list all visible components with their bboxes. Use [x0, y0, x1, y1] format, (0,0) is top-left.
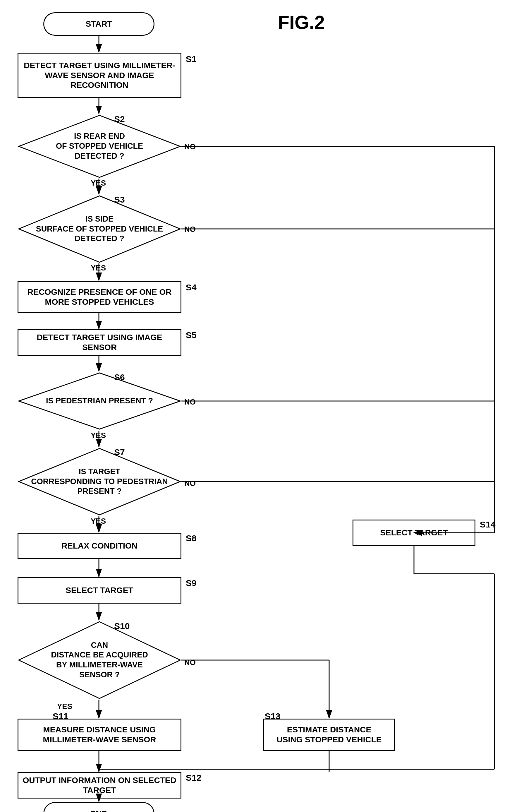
s10-diamond: CAN DISTANCE BE ACQUIRED BY MILLIMETER-W…	[18, 620, 181, 700]
s11-box: MEASURE DISTANCE USING MILLIMETER-WAVE S…	[18, 719, 181, 751]
s10-yes-label: YES	[57, 702, 72, 711]
s14-label: S14	[480, 520, 495, 529]
s7-yes-label: YES	[91, 517, 106, 526]
s3-yes-label: YES	[91, 263, 106, 272]
s1-label: S1	[186, 54, 196, 64]
s4-box: RECOGNIZE PRESENCE OF ONE OR MORE STOPPE…	[18, 281, 181, 313]
s4-label: S4	[186, 283, 196, 292]
s14-box: SELECT TARGET	[353, 520, 476, 546]
s13-box: ESTIMATE DISTANCE USING STOPPED VEHICLE	[263, 719, 395, 751]
s2-no-label: NO	[184, 142, 196, 151]
s10-no-label: NO	[184, 658, 196, 667]
figure-title: FIG.2	[278, 12, 325, 33]
s3-no-label: NO	[184, 225, 196, 234]
s9-box: SELECT TARGET	[18, 577, 181, 604]
s12-box: OUTPUT INFORMATION ON SELECTED TARGET	[18, 772, 181, 799]
s5-box: DETECT TARGET USING IMAGE SENSOR	[18, 329, 181, 356]
s3-diamond: IS SIDE SURFACE OF STOPPED VEHICLE DETEC…	[18, 195, 181, 263]
s2-yes-label: YES	[91, 179, 106, 187]
start-node: START	[43, 12, 154, 36]
s11-label: S11	[53, 711, 68, 721]
s6-yes-label: YES	[91, 431, 106, 440]
s13-label: S13	[265, 711, 280, 721]
s6-no-label: NO	[184, 398, 196, 407]
end-node: END	[43, 802, 154, 812]
s2-diamond: IS REAR END OF STOPPED VEHICLE DETECTED …	[18, 114, 181, 179]
s8-box: RELAX CONDITION	[18, 533, 181, 559]
s7-no-label: NO	[184, 479, 196, 488]
s6-diamond: IS PEDESTRIAN PRESENT ?	[18, 372, 181, 430]
s7-diamond: IS TARGET CORRESPONDING TO PEDESTRIAN PR…	[18, 447, 181, 516]
s8-label: S8	[186, 533, 196, 543]
s5-label: S5	[186, 330, 196, 340]
s1-box: DETECT TARGET USING MILLIMETER-WAVE SENS…	[18, 53, 181, 98]
flowchart-diagram: FIG.2 START DETECT TARGET USING MILLIMET…	[0, 0, 519, 812]
s9-label: S9	[186, 578, 196, 588]
s12-label: S12	[186, 773, 201, 783]
